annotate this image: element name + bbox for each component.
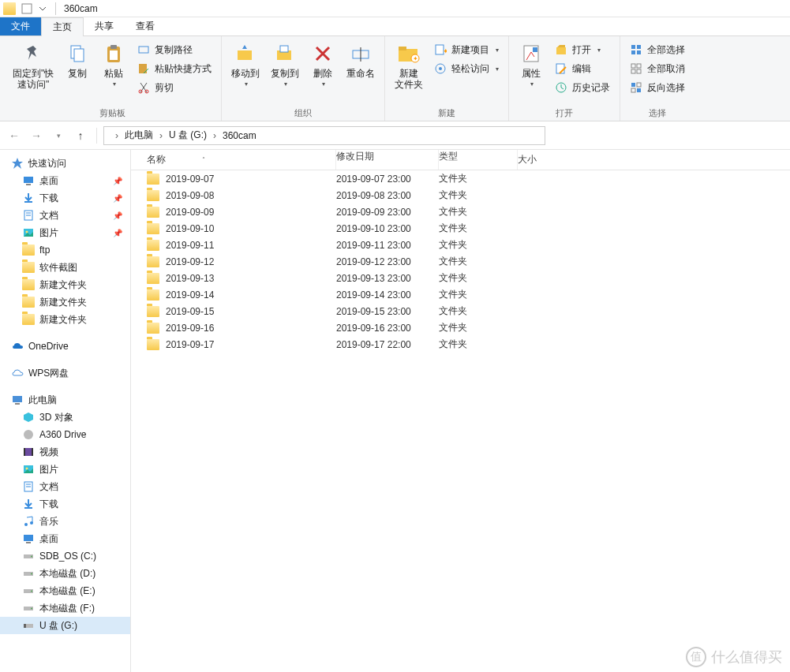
3d-icon (22, 411, 35, 424)
chevron-right-icon[interactable]: › (156, 130, 166, 141)
open-button[interactable]: 打开 ▾ (550, 41, 615, 58)
forward-button[interactable]: → (27, 126, 46, 145)
rename-button[interactable]: 重命名 (342, 39, 380, 80)
select-none-icon (630, 62, 642, 75)
table-row[interactable]: 2019-09-152019-09-15 23:00文件夹 (131, 303, 790, 319)
cut-label: 剪切 (155, 81, 174, 95)
tree-wps[interactable]: WPS网盘 (0, 364, 130, 382)
table-row[interactable]: 2019-09-172019-09-17 22:00文件夹 (131, 336, 790, 353)
chevron-right-icon[interactable]: › (112, 130, 122, 141)
watermark-icon: 值 (686, 647, 706, 667)
tree-item-label: SDB_OS (C:) (39, 551, 96, 562)
edit-button[interactable]: 编辑 (550, 60, 615, 77)
tab-share[interactable]: 共享 (84, 17, 125, 35)
new-folder-icon: ✦ (396, 41, 421, 66)
crumb-drive[interactable]: U 盘 (G:) (166, 129, 210, 142)
select-none-button[interactable]: 全部取消 (625, 60, 690, 77)
tree-quick-item[interactable]: 图片📌 (0, 224, 130, 241)
crumb-this-pc[interactable]: 此电脑 (122, 129, 156, 142)
tree-onedrive[interactable]: OneDrive (0, 338, 130, 355)
table-row[interactable]: 2019-09-112019-09-11 23:00文件夹 (131, 237, 790, 253)
history-button[interactable]: 历史记录 (550, 79, 615, 96)
main-area: 快速访问 桌面📌下载📌文档📌图片📌ftp软件截图新建文件夹新建文件夹新建文件夹 … (0, 150, 790, 672)
invert-selection-button[interactable]: 反向选择 (625, 79, 690, 96)
col-type-header[interactable]: 类型 (439, 150, 518, 170)
folder-icon (147, 207, 159, 218)
navigation-tree[interactable]: 快速访问 桌面📌下载📌文档📌图片📌ftp软件截图新建文件夹新建文件夹新建文件夹 … (0, 150, 131, 672)
tree-quick-item[interactable]: ftp (0, 241, 130, 259)
row-type: 文件夹 (439, 255, 518, 268)
up-button[interactable]: ↑ (71, 126, 90, 145)
tree-this-pc[interactable]: 此电脑 (0, 391, 130, 409)
qat-dropdown-icon[interactable] (36, 2, 50, 16)
select-all-button[interactable]: 全部选择 (625, 41, 690, 58)
tree-pc-item[interactable]: 文档 (0, 478, 130, 495)
tree-pc-item[interactable]: 3D 对象 (0, 409, 130, 426)
col-size-label: 大小 (518, 154, 537, 165)
table-row[interactable]: 2019-09-132019-09-13 23:00文件夹 (131, 270, 790, 286)
copy-to-button[interactable]: 复制到▾ (266, 39, 304, 90)
tree-quick-item[interactable]: 文档📌 (0, 207, 130, 224)
tree-pc-item[interactable]: 图片 (0, 461, 130, 478)
recent-dropdown-icon[interactable]: ▾ (49, 126, 68, 145)
paste-shortcut-button[interactable]: 粘贴快捷方式 (133, 60, 216, 77)
svg-point-65 (31, 556, 32, 558)
qat-checkbox-icon[interactable] (20, 2, 34, 16)
tab-file[interactable]: 文件 (0, 17, 41, 35)
paste-button[interactable]: 粘贴 ▾ (96, 39, 131, 90)
table-row[interactable]: 2019-09-102019-09-10 23:00文件夹 (131, 220, 790, 237)
tree-pc-item[interactable]: SDB_OS (C:) (0, 547, 130, 565)
tree-pc-item[interactable]: 桌面 (0, 530, 130, 547)
tree-quick-item[interactable]: 软件截图 (0, 259, 130, 276)
crumb-folder[interactable]: 360cam (219, 130, 260, 141)
tree-pc-item[interactable]: A360 Drive (0, 426, 130, 443)
col-name-header[interactable]: 名称 ˄ (131, 150, 336, 170)
breadcrumb[interactable]: › 此电脑 › U 盘 (G:) › 360cam (103, 126, 545, 145)
col-size-header[interactable]: 大小 (518, 153, 581, 166)
svg-rect-0 (22, 4, 32, 13)
tree-quick-item[interactable]: 新建文件夹 (0, 311, 130, 328)
col-date-header[interactable]: 修改日期 (336, 150, 439, 170)
table-row[interactable]: 2019-09-142019-09-14 23:00文件夹 (131, 286, 790, 303)
delete-button[interactable]: 删除▾ (305, 39, 340, 90)
tab-home[interactable]: 主页 (41, 17, 84, 36)
tree-pc-item[interactable]: 音乐 (0, 513, 130, 530)
cut-button[interactable]: 剪切 (133, 79, 216, 96)
delete-icon (310, 41, 335, 66)
copy-button[interactable]: 复制 (60, 39, 95, 80)
new-folder-button[interactable]: ✦ 新建 文件夹 (390, 39, 428, 92)
tree-quick-item[interactable]: 新建文件夹 (0, 293, 130, 311)
back-button[interactable]: ← (5, 126, 24, 145)
tree-quick-item[interactable]: 下载📌 (0, 189, 130, 207)
new-item-button[interactable]: ✦ 新建项目 ▾ (429, 41, 504, 58)
row-date: 2019-09-16 23:00 (336, 323, 439, 334)
pc-icon (11, 394, 24, 406)
properties-button[interactable]: 属性▾ (514, 39, 549, 90)
tab-view[interactable]: 查看 (125, 17, 166, 35)
tree-pc-item[interactable]: 下载 (0, 495, 130, 513)
tree-quick-item[interactable]: 新建文件夹 (0, 276, 130, 293)
tree-pc-item[interactable]: 本地磁盘 (E:) (0, 582, 130, 599)
table-row[interactable]: 2019-09-162019-09-16 23:00文件夹 (131, 319, 790, 336)
tree-pc-item[interactable]: U 盘 (G:) (0, 617, 130, 634)
tree-pc-item[interactable]: 视频 (0, 443, 130, 461)
row-name: 2019-09-15 (166, 306, 214, 317)
copy-path-button[interactable]: 复制路径 (133, 41, 216, 58)
svg-point-9 (145, 90, 148, 93)
chevron-right-icon[interactable]: › (210, 130, 219, 141)
tree-quick-item[interactable]: 桌面📌 (0, 172, 130, 189)
table-row[interactable]: 2019-09-092019-09-09 23:00文件夹 (131, 203, 790, 220)
tree-pc-item[interactable]: 本地磁盘 (D:) (0, 565, 130, 582)
easy-access-button[interactable]: 轻松访问 ▾ (429, 60, 504, 77)
tree-pc-item[interactable]: 本地磁盘 (F:) (0, 599, 130, 617)
paste-shortcut-label: 粘贴快捷方式 (155, 62, 212, 76)
chevron-down-icon: ▾ (496, 65, 499, 73)
table-row[interactable]: 2019-09-122019-09-12 23:00文件夹 (131, 253, 790, 270)
table-row[interactable]: 2019-09-072019-09-07 23:00文件夹 (131, 170, 790, 187)
tree-quick-access[interactable]: 快速访问 (0, 155, 130, 172)
row-name: 2019-09-11 (166, 240, 214, 251)
table-row[interactable]: 2019-09-082019-09-08 23:00文件夹 (131, 187, 790, 203)
select-none-label: 全部取消 (647, 62, 685, 76)
move-to-button[interactable]: 移动到▾ (227, 39, 264, 90)
pin-quick-access-button[interactable]: 固定到"快 速访问" (8, 39, 58, 92)
